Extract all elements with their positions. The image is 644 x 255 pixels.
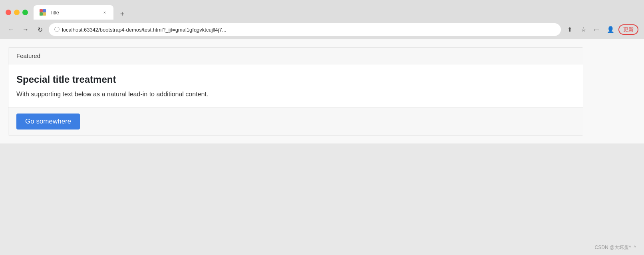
forward-button[interactable]: → (20, 24, 31, 35)
browser-tab-active[interactable]: Title × (34, 5, 113, 20)
browser-chrome: Title × + ← → ↻ ⓘ localhost:63342/bootst… (0, 0, 644, 39)
page-content: Featured Special title treatment With su… (0, 39, 644, 143)
back-button[interactable]: ← (6, 24, 17, 35)
svg-rect-3 (40, 12, 43, 16)
address-bar-row: ← → ↻ ⓘ localhost:63342/bootstrap4-demos… (0, 21, 644, 39)
bootstrap-card: Featured Special title treatment With su… (8, 47, 583, 135)
watermark: CSDN @大坏蛋^_^ (595, 244, 636, 251)
tab-favicon-icon (39, 9, 46, 16)
reader-mode-button[interactable]: ▭ (591, 24, 602, 35)
tab-title: Title (50, 10, 98, 16)
share-button[interactable]: ⬆ (564, 24, 575, 35)
card-title: Special title treatment (16, 74, 575, 85)
card-body: Special title treatment With supporting … (8, 64, 583, 108)
svg-rect-2 (43, 9, 46, 12)
minimize-window-button[interactable] (14, 10, 20, 15)
new-tab-button[interactable]: + (117, 8, 128, 20)
card-text: With supporting text below as a natural … (16, 91, 575, 98)
address-bar[interactable]: ⓘ localhost:63342/bootstrap4-demos/test.… (49, 23, 561, 36)
fullscreen-window-button[interactable] (22, 10, 28, 15)
traffic-lights (6, 10, 28, 15)
svg-rect-4 (43, 12, 46, 16)
close-window-button[interactable] (6, 10, 11, 15)
tab-bar: Title × + (34, 5, 638, 20)
title-bar: Title × + (0, 0, 644, 21)
go-somewhere-button[interactable]: Go somewhere (16, 114, 80, 129)
toolbar-actions: ⬆ ☆ ▭ 👤 更新 (564, 24, 638, 35)
profile-button[interactable]: 👤 (605, 24, 616, 35)
svg-rect-1 (40, 9, 43, 12)
security-icon: ⓘ (54, 26, 60, 33)
refresh-button[interactable]: ↻ (34, 24, 46, 35)
card-header: Featured (8, 48, 583, 64)
tab-close-button[interactable]: × (101, 9, 108, 16)
url-text: localhost:63342/bootstrap4-demos/test.ht… (62, 27, 227, 33)
card-footer: Go somewhere (8, 108, 583, 135)
bookmark-button[interactable]: ☆ (578, 24, 589, 35)
update-button[interactable]: 更新 (618, 24, 638, 35)
